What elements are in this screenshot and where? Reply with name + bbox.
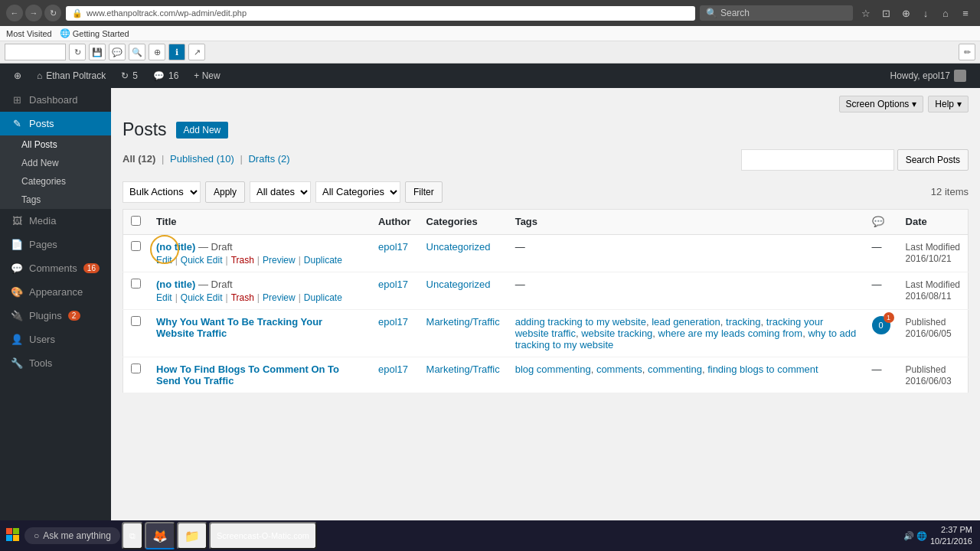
start-button[interactable]	[3, 525, 23, 547]
row-checkbox[interactable]	[131, 241, 141, 251]
sidebar-item-tools[interactable]: 🔧 Tools	[0, 351, 111, 375]
howdy-item[interactable]: Howdy, epol17	[883, 64, 975, 88]
filter-button[interactable]: Filter	[405, 181, 443, 203]
back-button[interactable]: ←	[6, 5, 23, 21]
categories-col-header[interactable]: Categories	[419, 209, 508, 234]
search-posts-input[interactable]	[741, 149, 894, 171]
browser-search-bar[interactable]: 🔍 Search	[700, 5, 853, 21]
tag-link[interactable]: where are my leads coming from	[658, 328, 803, 339]
download-button[interactable]: ↓	[917, 5, 934, 21]
tag-link[interactable]: tracking	[726, 316, 761, 328]
menu-button[interactable]: ≡	[957, 5, 974, 21]
sidebar-item-users[interactable]: 👤 Users	[0, 328, 111, 351]
tag-link[interactable]: comments	[596, 364, 642, 375]
row-checkbox[interactable]	[131, 364, 141, 373]
refresh-button[interactable]: ↻	[44, 5, 61, 21]
bookmark-star-button[interactable]: ☆	[858, 5, 874, 21]
author-link[interactable]: epol17	[378, 241, 408, 253]
tag-link[interactable]: commenting	[648, 364, 702, 375]
screen-options-button[interactable]: Screen Options ▾	[839, 96, 924, 112]
url-bar[interactable]: 🔒 www.ethanpoltrack.com/wp-admin/edit.ph…	[66, 6, 695, 21]
toolbar-chat-btn[interactable]: 💬	[109, 44, 126, 60]
author-col-header[interactable]: Author	[371, 209, 419, 234]
add-new-button[interactable]: Add New	[176, 122, 229, 139]
sidebar-item-dashboard[interactable]: ⊞ Dashboard	[0, 88, 111, 112]
search-posts-button[interactable]: Search Posts	[897, 149, 969, 171]
task-view-button[interactable]: ⧉	[122, 522, 143, 549]
filter-published-link[interactable]: Published (10)	[170, 153, 237, 165]
row-action-preview[interactable]: Preview	[263, 255, 296, 266]
row-action-quick-edit[interactable]: Quick Edit	[181, 255, 223, 266]
tag-link[interactable]: website tracking	[581, 328, 652, 339]
forward-button[interactable]: →	[25, 5, 42, 21]
sidebar-sub-add-new[interactable]: Add New	[0, 154, 111, 172]
select-all-checkbox[interactable]	[131, 216, 141, 226]
sidebar-item-media[interactable]: 🖼 Media	[0, 209, 111, 233]
row-checkbox[interactable]	[131, 316, 141, 326]
category-link[interactable]: Uncategorized	[426, 279, 491, 290]
toolbar-share-btn[interactable]: ↗	[188, 44, 205, 60]
post-title-link[interactable]: (no title)	[156, 241, 195, 253]
home-button[interactable]: ⌂	[937, 5, 954, 21]
post-title-link[interactable]: Why You Want To Be Tracking Your Website…	[156, 316, 322, 339]
row-action-trash[interactable]: Trash	[231, 255, 254, 266]
site-name-item[interactable]: ⌂ Ethan Poltrack	[29, 64, 113, 88]
most-visited-label[interactable]: Most Visited	[6, 29, 52, 38]
tag-link[interactable]: adding tracking to my website	[515, 316, 646, 328]
title-col-header[interactable]: Title	[149, 209, 371, 234]
tag-link[interactable]: lead generation	[652, 316, 720, 328]
bulk-actions-select[interactable]: Bulk Actions	[122, 181, 201, 203]
sidebar-item-posts[interactable]: ✎ Posts	[0, 112, 111, 135]
taskbar-search[interactable]: ○ Ask me anything	[24, 527, 120, 544]
help-button[interactable]: Help ▾	[928, 96, 969, 112]
sidebar-item-pages[interactable]: 📄 Pages	[0, 233, 111, 256]
wp-logo-item[interactable]: ⊕	[6, 64, 29, 88]
sidebar-item-plugins[interactable]: 🔌 Plugins 2	[0, 304, 111, 328]
browser-taskbar-btn[interactable]: 🦊	[145, 522, 175, 549]
getting-started-bookmark[interactable]: 🌐 Getting Started	[60, 28, 129, 38]
toolbar-pen-btn[interactable]: ✏	[959, 44, 975, 60]
toolbar-zoom-btn[interactable]: 🔍	[129, 44, 145, 60]
row-action-edit[interactable]: Edit	[156, 292, 172, 303]
post-title-link[interactable]: How To Find Blogs To Comment On To Send …	[156, 364, 339, 386]
author-link[interactable]: epol17	[378, 279, 408, 290]
new-content-item[interactable]: + New	[186, 64, 227, 88]
toolbar-save-btn[interactable]: 💾	[89, 44, 106, 60]
row-action-duplicate[interactable]: Duplicate	[304, 255, 342, 266]
tag-link[interactable]: blog commenting	[515, 364, 591, 375]
apply-button[interactable]: Apply	[205, 181, 245, 203]
screencast-taskbar-btn[interactable]: Screencast-O-Matic.com	[209, 522, 317, 549]
row-checkbox[interactable]	[131, 279, 141, 289]
date-col-header[interactable]: Date	[898, 209, 969, 234]
toolbar-input[interactable]	[5, 44, 66, 60]
sidebar-sub-all-posts[interactable]: All Posts	[0, 135, 111, 154]
category-link[interactable]: Marketing/Traffic	[426, 316, 500, 328]
row-action-quick-edit[interactable]: Quick Edit	[181, 292, 223, 303]
bookmark-manager-button[interactable]: ⊡	[877, 5, 894, 21]
extensions-button[interactable]: ⊕	[897, 5, 914, 21]
row-action-preview[interactable]: Preview	[263, 292, 296, 303]
explorer-taskbar-btn[interactable]: 📁	[177, 522, 207, 549]
filter-drafts-link[interactable]: Drafts (2)	[248, 153, 289, 165]
toolbar-info-btn[interactable]: ℹ	[168, 44, 185, 60]
sidebar-item-appearance[interactable]: 🎨 Appearance	[0, 280, 111, 304]
category-link[interactable]: Marketing/Traffic	[426, 364, 500, 375]
toolbar-zoom2-btn[interactable]: ⊕	[149, 44, 165, 60]
sidebar-item-comments[interactable]: 💬 Comments 16	[0, 256, 111, 280]
row-action-duplicate[interactable]: Duplicate	[304, 292, 342, 303]
row-action-trash[interactable]: Trash	[231, 292, 254, 303]
tags-col-header[interactable]: Tags	[508, 209, 864, 234]
author-link[interactable]: epol17	[378, 316, 408, 328]
dates-select[interactable]: All dates	[250, 181, 311, 203]
post-title-link[interactable]: (no title)	[156, 279, 195, 290]
row-action-edit[interactable]: Edit	[156, 255, 172, 266]
sidebar-sub-tags[interactable]: Tags	[0, 191, 111, 209]
comments-item[interactable]: 💬 16	[145, 64, 186, 88]
author-link[interactable]: epol17	[378, 364, 408, 375]
categories-select[interactable]: All Categories	[315, 181, 400, 203]
toolbar-refresh-btn[interactable]: ↻	[69, 44, 86, 60]
category-link[interactable]: Uncategorized	[426, 241, 491, 253]
filter-all-link[interactable]: All (12)	[122, 153, 158, 165]
tag-link[interactable]: finding blogs to comment	[707, 364, 818, 375]
comment-bubble[interactable]: 01	[872, 316, 890, 334]
